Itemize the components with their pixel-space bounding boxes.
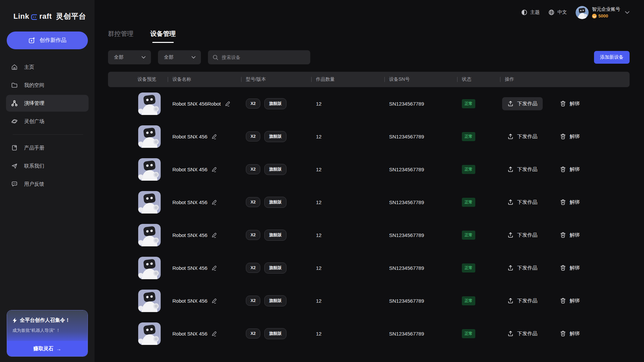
deploy-work-button[interactable]: 下发作品 — [502, 294, 543, 307]
deploy-work-button[interactable]: 下发作品 — [502, 327, 543, 340]
table-header: 设备预览 设备名称 型号/版本 作品数量 设备SN号 状态 操作 — [108, 72, 630, 87]
promo-cta-label: 赚取灵石 — [34, 346, 54, 352]
column-header-name: 设备名称 — [170, 76, 243, 82]
device-name: Robot SNX 456 — [172, 331, 207, 337]
device-preview-cell — [108, 93, 170, 115]
arrow-right-icon: → — [56, 346, 61, 352]
theme-contrast-icon — [521, 9, 527, 15]
earn-lingshi-button[interactable]: 赚取灵石 → — [7, 341, 88, 356]
unbind-button[interactable]: 解绑 — [557, 196, 582, 209]
theme-toggle[interactable]: 主题 — [521, 9, 540, 15]
promo-title: 全平台创作人召集令！ — [20, 317, 70, 323]
device-table: 设备预览 设备名称 型号/版本 作品数量 设备SN号 状态 操作 Robot S… — [108, 72, 630, 350]
filter-dropdown-status[interactable]: 全部 — [158, 50, 201, 64]
model-version-cell: X2 旗舰版 — [243, 197, 313, 208]
tab-bar: 群控管理 设备管理 — [108, 29, 630, 43]
model-version-cell: X2 旗舰版 — [243, 262, 313, 274]
sidebar-item-label: 产品手册 — [24, 145, 44, 151]
model-version-cell: X2 旗舰版 — [243, 131, 313, 142]
unbind-button[interactable]: 解绑 — [557, 130, 582, 143]
deploy-work-button[interactable]: 下发作品 — [502, 163, 543, 176]
search-input[interactable] — [222, 55, 306, 60]
device-preview-cell — [108, 191, 170, 214]
tab-group-control[interactable]: 群控管理 — [108, 29, 133, 43]
sidebar-item-home[interactable]: 主页 — [6, 59, 89, 75]
model-badge: X2 — [246, 230, 260, 240]
language-switcher[interactable]: 中文 — [548, 9, 567, 15]
sidebar-item-label: 演绎管理 — [24, 100, 44, 107]
device-name-cell: Robot SNX 456 — [170, 331, 243, 337]
chevron-down-icon — [142, 56, 146, 59]
edit-pencil-icon[interactable] — [211, 167, 217, 172]
model-version-cell: X2 旗舰版 — [243, 98, 313, 109]
create-button-label: 创作新作品 — [40, 37, 66, 44]
device-name: Robot SNX 456 — [172, 298, 207, 304]
unbind-button[interactable]: 解绑 — [557, 294, 582, 307]
model-badge: X2 — [246, 296, 260, 306]
sidebar-item-my-space[interactable]: 我的空间 — [6, 77, 89, 94]
sidebar-item-product-manual[interactable]: 产品手册 — [6, 139, 89, 156]
status-cell: 正常 — [459, 329, 502, 338]
actions-cell: 下发作品 解绑 — [502, 229, 630, 242]
model-version-cell: X2 旗舰版 — [243, 295, 313, 306]
unbind-button[interactable]: 解绑 — [557, 327, 582, 340]
deploy-work-button[interactable]: 下发作品 — [502, 261, 543, 275]
device-preview-cell — [108, 257, 170, 279]
unbind-button[interactable]: 解绑 — [557, 97, 582, 110]
version-badge: 旗舰版 — [264, 164, 286, 175]
edit-pencil-icon[interactable] — [211, 265, 217, 271]
lightning-icon — [12, 318, 17, 323]
model-version-cell: X2 旗舰版 — [243, 230, 313, 241]
deploy-work-button[interactable]: 下发作品 — [502, 130, 543, 143]
actions-cell: 下发作品 解绑 — [502, 327, 630, 340]
filter-dropdown-type[interactable]: 全部 — [108, 50, 151, 64]
planet-icon — [11, 118, 18, 125]
home-icon — [11, 64, 18, 70]
folder-icon — [11, 82, 18, 88]
edit-pencil-icon[interactable] — [211, 331, 217, 337]
sidebar-item-contact-us[interactable]: 联系我们 — [6, 158, 89, 174]
edit-pencil-icon[interactable] — [211, 199, 217, 205]
model-badge: X2 — [246, 263, 260, 273]
device-name-cell: Robot SNX 456 — [170, 167, 243, 172]
device-name-cell: Robot SNX 456 — [170, 298, 243, 304]
device-sn: SN1234567789 — [386, 167, 459, 172]
works-count: 12 — [313, 331, 386, 337]
device-name-cell: Robot SNX 456 — [170, 265, 243, 271]
sidebar-item-label: 我的空间 — [24, 82, 44, 88]
status-badge: 正常 — [462, 329, 475, 338]
table-row: Robot SNX 456 X2 旗舰版 12 SN1234567789 正常 … — [108, 153, 630, 186]
tab-device-management[interactable]: 设备管理 — [150, 29, 176, 43]
unbind-button[interactable]: 解绑 — [557, 261, 582, 275]
sidebar-item-performance-management[interactable]: 演绎管理 — [6, 95, 89, 112]
sidebar-item-user-feedback[interactable]: 用户反馈 — [6, 176, 89, 192]
table-row: Robot SNX 456 X2 旗舰版 12 SN1234567789 正常 … — [108, 284, 630, 317]
column-header-preview: 设备预览 — [108, 76, 170, 82]
sidebar-item-lingchuang-plaza[interactable]: 灵创广场 — [6, 113, 89, 130]
deploy-work-button[interactable]: 下发作品 — [502, 196, 543, 209]
status-cell: 正常 — [459, 99, 502, 108]
unbind-label: 解绑 — [570, 166, 580, 173]
edit-pencil-icon[interactable] — [211, 134, 217, 139]
app-window: Link raft 灵创平台 创作新作品 主页 — [0, 0, 644, 362]
model-badge: X2 — [246, 131, 260, 141]
unbind-button[interactable]: 解绑 — [557, 163, 582, 176]
deploy-work-label: 下发作品 — [517, 166, 537, 173]
device-name: Robot SNX 456Robot — [172, 101, 221, 107]
device-preview-cell — [108, 290, 170, 312]
sidebar-item-label: 联系我们 — [24, 163, 44, 169]
table-row: Robot SNX 456 X2 旗舰版 12 SN1234567789 正常 … — [108, 120, 630, 153]
account-menu[interactable]: 智元企业账号 5000 — [576, 6, 630, 19]
edit-pencil-icon[interactable] — [211, 232, 217, 238]
unbind-button[interactable]: 解绑 — [557, 229, 582, 242]
deploy-work-button[interactable]: 下发作品 — [502, 97, 543, 110]
create-new-work-button[interactable]: 创作新作品 — [7, 32, 88, 49]
deploy-work-button[interactable]: 下发作品 — [502, 229, 543, 242]
edit-pencil-icon[interactable] — [225, 101, 230, 107]
edit-pencil-icon[interactable] — [211, 298, 217, 304]
upload-icon — [507, 298, 514, 304]
device-thumbnail — [138, 322, 161, 345]
add-device-button[interactable]: 添加新设备 — [594, 51, 630, 64]
deploy-work-label: 下发作品 — [517, 101, 537, 107]
device-sn: SN1234567789 — [386, 199, 459, 205]
